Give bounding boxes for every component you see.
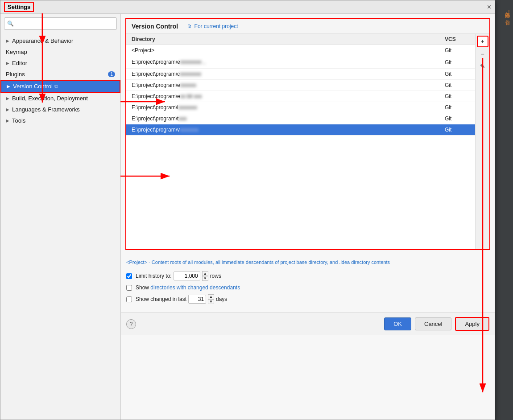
sidebar-item-label: Keymap — [6, 49, 27, 55]
sidebar-item-label: Plugins — [6, 71, 25, 78]
plugins-badge: 1 — [108, 71, 115, 77]
table-row[interactable]: E:\project\program\cxxxxxxxx Git — [126, 69, 475, 80]
vcs-cell: Git — [439, 80, 475, 91]
vc-table: Directory VCS <Project> Git E: — [126, 34, 475, 249]
project-note: <Project> - Content roots of all modules… — [126, 259, 489, 266]
edit-button[interactable]: ✎ — [477, 61, 488, 72]
sidebar-item-languages[interactable]: ▶ Languages & Frameworks — [0, 104, 120, 115]
sidebar-item-keymap[interactable]: Keymap — [0, 46, 120, 58]
right-panel: Version Control 🖻 For current project Di… — [121, 14, 495, 420]
vcs-cell: Git — [439, 91, 475, 102]
table-row[interactable]: E:\project\program\txxx Git — [126, 113, 475, 124]
vc-link-text: For current project — [194, 23, 238, 29]
sidebar: 🔍 ▶ Appearance & Behavior Keymap ▶ Edito… — [0, 14, 121, 420]
dir-cell: E:\project\program\cxxxxxxxx — [126, 69, 439, 80]
window-title: Settings — [4, 2, 34, 12]
help-button[interactable]: ? — [126, 319, 136, 329]
remove-button[interactable]: − — [477, 48, 488, 60]
apply-button[interactable]: Apply — [455, 317, 489, 331]
sidebar-item-appearance[interactable]: ▶ Appearance & Behavior — [0, 35, 120, 46]
col-vcs: VCS — [439, 34, 475, 45]
add-button[interactable]: + — [477, 36, 488, 47]
show-dirs-label: Show directories with changed descendant… — [136, 284, 240, 291]
table-row[interactable]: <Project> Git — [126, 45, 475, 56]
table-row[interactable]: E:\project\program\vxxxxxxx Git — [126, 124, 475, 136]
show-changed-label-after: days — [216, 296, 227, 302]
sidebar-item-label: Editor — [12, 60, 27, 66]
show-changed-checkbox[interactable] — [126, 296, 132, 302]
dir-cell: E:\project\program\exx bli xxx — [126, 91, 439, 102]
vcs-cell: Git — [439, 56, 475, 69]
sidebar-item-label: Languages & Frameworks — [12, 106, 80, 113]
main-content: 🔍 ▶ Appearance & Behavior Keymap ▶ Edito… — [0, 14, 495, 420]
vcs-cell: Git — [439, 45, 475, 56]
sidebar-item-editor[interactable]: ▶ Editor — [0, 58, 120, 69]
vcs-cell: Git — [439, 113, 475, 124]
show-changed-row: Show changed in last ▲ ▼ days — [126, 294, 489, 304]
expand-arrow-icon: ▶ — [6, 118, 9, 123]
dir-cell: E:\project\program\exxxxxxxx， — [126, 56, 439, 69]
dir-cell: E:\project\program\txxx — [126, 113, 439, 124]
table-row[interactable]: E:\project\program\exxxxxx Git — [126, 80, 475, 91]
table-row[interactable]: E:\project\program\ixxxxxxx Git — [126, 102, 475, 113]
sidebar-item-label: Version Control — [13, 83, 53, 90]
dir-cell: E:\project\program\exxxxxx — [126, 80, 439, 91]
show-dirs-row: Show directories with changed descendant… — [126, 284, 489, 291]
table-row[interactable]: E:\project\program\exxxxxxxx， Git — [126, 56, 475, 69]
limit-history-checkbox[interactable] — [126, 273, 132, 279]
editor-panel: 务部码部 "2 切各 — [495, 0, 513, 420]
limit-history-input[interactable] — [174, 272, 200, 280]
sidebar-item-label: Build, Execution, Deployment — [12, 95, 88, 102]
search-input[interactable] — [16, 21, 114, 27]
limit-history-row: Limit history to: ▲ ▼ rows — [126, 271, 489, 281]
copy-icon: ⧉ — [54, 83, 58, 89]
footer-buttons: ? OK Cancel Apply — [121, 312, 495, 335]
title-bar: Settings × — [0, 0, 495, 14]
vc-panel: Version Control 🖻 For current project Di… — [125, 18, 490, 250]
ok-button[interactable]: OK — [384, 317, 411, 330]
vcs-cell: Git — [439, 69, 475, 80]
vc-table-wrapper: Directory VCS <Project> Git E: — [126, 34, 489, 249]
table-row[interactable]: E:\project\program\exx bli xxx Git — [126, 91, 475, 102]
show-dirs-checkbox[interactable] — [126, 285, 132, 291]
cancel-button[interactable]: Cancel — [415, 317, 451, 330]
expand-arrow-icon: ▶ — [6, 38, 9, 43]
settings-window: Settings × 🔍 ▶ Appearance & Behavior Key… — [0, 0, 495, 420]
search-box[interactable]: 🔍 — [4, 17, 117, 30]
show-changed-label-before: Show changed in last — [136, 296, 186, 302]
show-changed-input[interactable] — [188, 295, 206, 304]
search-icon: 🔍 — [7, 21, 14, 27]
vc-panel-title: Version Control — [132, 23, 178, 30]
limit-history-label-before: Limit history to: — [136, 273, 172, 279]
dir-cell: <Project> — [126, 45, 439, 56]
sidebar-item-version-control[interactable]: ▶ Version Control ⧉ — [0, 80, 120, 93]
dir-cell: E:\project\program\vxxxxxxx — [126, 124, 439, 136]
close-button[interactable]: × — [487, 3, 491, 11]
spinner-up-icon[interactable]: ▲ ▼ — [202, 271, 208, 281]
nav-list: ▶ Appearance & Behavior Keymap ▶ Editor … — [0, 33, 120, 420]
expand-arrow-icon: ▶ — [6, 96, 9, 101]
vc-header: Version Control 🖻 For current project — [126, 19, 489, 34]
limit-history-label-after: rows — [210, 273, 221, 279]
expand-arrow-icon: ▶ — [6, 107, 9, 112]
spinner2-icon[interactable]: ▲ ▼ — [208, 294, 214, 304]
vcs-cell: Git — [439, 124, 475, 136]
col-directory: Directory — [126, 34, 439, 45]
sidebar-item-plugins[interactable]: Plugins 1 — [0, 69, 120, 80]
sidebar-item-label: Appearance & Behavior — [12, 37, 73, 44]
dir-cell: E:\project\program\ixxxxxxx — [126, 102, 439, 113]
vc-toolbar: + − ✎ — [475, 34, 489, 249]
sidebar-item-tools[interactable]: ▶ Tools — [0, 115, 120, 126]
editor-code-text: 务部码部 "2 切各 — [504, 9, 511, 16]
sidebar-item-build[interactable]: ▶ Build, Execution, Deployment — [0, 93, 120, 104]
vc-project-link[interactable]: 🖻 For current project — [187, 23, 238, 29]
vcs-cell: Git — [439, 102, 475, 113]
link-icon: 🖻 — [187, 24, 191, 29]
expand-arrow-icon: ▶ — [6, 61, 9, 66]
bottom-area: <Project> - Content roots of all modules… — [121, 255, 495, 312]
expand-arrow-icon: ▶ — [7, 84, 10, 89]
sidebar-item-label: Tools — [12, 117, 25, 124]
